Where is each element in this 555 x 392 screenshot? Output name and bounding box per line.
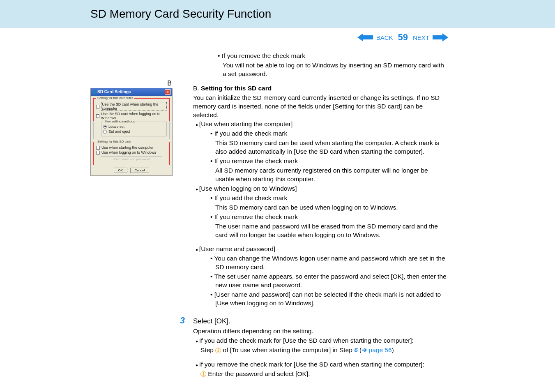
chk2-start: Use when starting the computer [101,145,154,150]
close-icon[interactable]: × [165,89,170,95]
callout-b: B [90,80,177,87]
page-number: 59 [398,32,408,43]
circled-3: 3 [215,348,221,353]
content-column: If you remove the check mark You will no… [193,51,448,379]
step3-title: Select [OK]. [193,317,448,326]
arrow-left-icon [357,32,373,42]
group1-legend: Setting for this computer [96,96,134,100]
page-navigation: BACK 59 NEXT [0,28,555,51]
radio2-label: Set and eject [108,129,130,134]
sub-legend: Key setting methods [104,120,136,123]
step3-bullet2: If you remove the check mark for [Use th… [193,360,448,369]
group-setting-computer: Setting for this computer Use the SD car… [93,98,170,139]
group2-legend: Setting for this SD card [96,140,132,143]
step-number-3: 3 [177,314,185,327]
step3-bullet1: If you add the check mark for [Use the S… [193,337,448,345]
b-desc: You can initialize the SD memory card cu… [193,94,448,120]
dialog-illustration-column: B SD Card Settings × Setting for this co… [90,51,177,176]
b-label: B. [193,85,199,92]
text: If you remove the check mark [215,52,448,60]
sd-card-settings-dialog: SD Card Settings × Setting for this comp… [90,88,173,176]
radio-leave-set[interactable] [103,125,107,129]
user-pw-heading: [User name and password] [193,245,448,254]
dialog-title: SD Card Settings [97,90,131,94]
text: This SD memory card can be used when sta… [208,139,448,156]
text: If you add the check mark [208,129,448,138]
step3-line2: 1 Enter the password and select [OK]. [193,370,448,378]
cancel-button[interactable]: Cancel [130,168,150,173]
text: You will not be able to log on to Window… [215,61,448,78]
next-button[interactable]: NEXT [413,32,448,42]
back-button[interactable]: BACK [357,32,393,42]
text: If you remove the check mark [208,213,448,221]
text: The set user name appears, so enter the … [208,272,448,290]
text: If you remove the check mark [208,157,448,166]
checkbox-icon[interactable] [96,105,99,108]
radio1-label: Leave set [108,125,124,129]
arrow-right-icon [433,32,448,42]
svg-marker-1 [433,33,448,42]
text: The user name and password will be erase… [208,222,448,240]
text: This SD memory card can be used when log… [208,203,448,212]
svg-marker-0 [357,33,373,42]
step3-line: Step 3 of [To use when starting the comp… [193,346,448,355]
chk2-logon: Use when logging on to Windows [101,150,156,154]
checkbox-icon[interactable] [96,114,99,118]
radio-set-eject[interactable] [103,130,107,134]
use-logon-heading: [Use when logging on to Windows] [193,184,448,193]
group-key-methods: Key setting methods Leave set Set and ej… [101,122,167,136]
sd-icon [92,90,97,95]
checkbox-icon[interactable] [96,151,100,154]
chk-logon-windows: Use the SD card when logging on to Windo… [101,112,167,120]
text: If you add the check mark [208,194,448,203]
text: [User name and password] can not be sele… [208,291,448,308]
page-title: SD Memory Card Security Function [90,7,555,21]
group-setting-sdcard: Setting for this SD card Use when starti… [93,142,170,165]
step3-sub: Operation differs depending on the setti… [193,327,448,336]
ok-button[interactable]: OK [114,168,128,173]
text: All SD memory cards currently registered… [208,166,448,184]
user-password-button[interactable]: User name and password [101,156,162,162]
next-label: NEXT [413,34,429,41]
page-56-link[interactable]: page 56 [369,346,392,353]
checkbox-icon[interactable] [96,146,100,150]
use-start-heading: [Use when starting the computer] [193,120,448,129]
b-title: Setting for this SD card [201,85,272,92]
arrow-right-icon: ➔ [362,346,367,353]
circled-1: 1 [200,371,206,377]
title-banner: SD Memory Card Security Function [0,0,555,28]
step-6-ref: 6 [354,346,358,353]
dialog-titlebar: SD Card Settings × [91,88,172,96]
chk-start-computer: Use the SD card when starting the comput… [101,102,167,111]
text: You can change the Windows logon user na… [208,254,448,272]
back-label: BACK [376,34,393,41]
